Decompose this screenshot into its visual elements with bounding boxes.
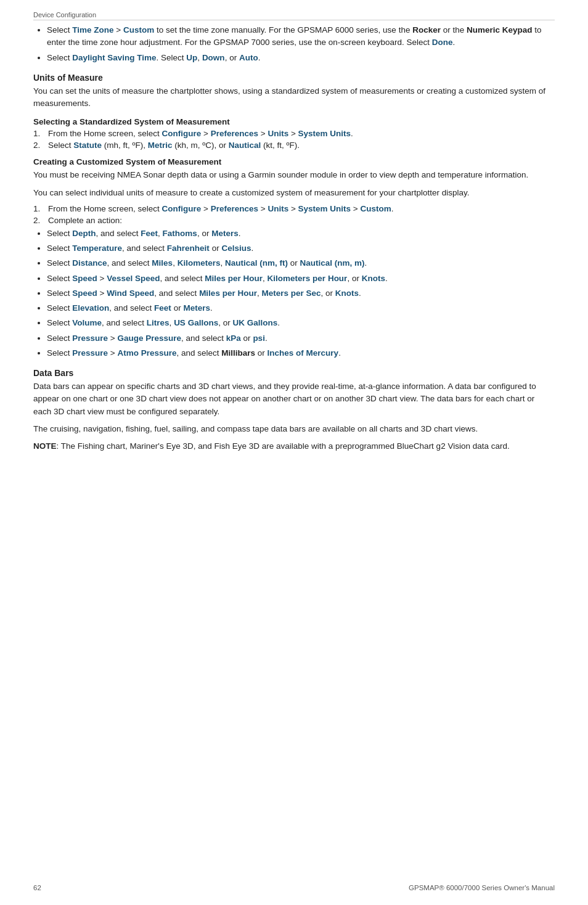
- std-step1: 1. From the Home screen, select Configur…: [33, 129, 555, 138]
- list-item: Select Speed > Wind Speed, and select Mi…: [47, 287, 555, 300]
- custom-bullets-list: Select Depth, and select Feet, Fathoms, …: [47, 227, 555, 359]
- std-steps: 1. From the Home screen, select Configur…: [33, 129, 555, 150]
- custom-step1: 1. From the Home screen, select Configur…: [33, 204, 555, 213]
- header-divider: [33, 20, 555, 20]
- list-item: Select Depth, and select Feet, Fathoms, …: [47, 227, 555, 240]
- list-item: Select Pressure > Gauge Pressure, and se…: [47, 332, 555, 345]
- footer-title: GPSMAP® 6000/7000 Series Owner's Manual: [409, 884, 555, 891]
- bullet2-text: Select Daylight Saving Time. Select Up, …: [47, 53, 260, 62]
- databars-title: Data Bars: [33, 368, 555, 378]
- custom-steps: 1. From the Home screen, select Configur…: [33, 204, 555, 225]
- page-content: Device Configuration Select Time Zone > …: [0, 0, 588, 494]
- list-item: Select Distance, and select Miles, Kilom…: [47, 257, 555, 269]
- footer-page-number: 62: [33, 884, 41, 891]
- note-body: : The Fishing chart, Mariner's Eye 3D, a…: [57, 441, 510, 451]
- list-item: Select Temperature, and select Fahrenhei…: [47, 242, 555, 255]
- databars-desc2: The cruising, navigation, fishing, fuel,…: [33, 423, 555, 435]
- custom-title: Creating a Customized System of Measurem…: [33, 157, 555, 166]
- units-desc: You can set the units of measure the cha…: [33, 85, 555, 110]
- bullet-timezone: Select Time Zone > Custom to set the tim…: [47, 24, 555, 49]
- custom-desc2: You can select individual units of measu…: [33, 187, 555, 199]
- custom-desc1: You must be receiving NMEA Sonar depth d…: [33, 169, 555, 181]
- std-step2: 2. Select Statute (mh, ft, ºF), Metric (…: [33, 141, 555, 150]
- databars-desc1: Data bars can appear on specific charts …: [33, 380, 555, 418]
- list-item: Select Volume, and select Litres, US Gal…: [47, 317, 555, 329]
- list-item: Select Pressure > Atmo Pressure, and sel…: [47, 347, 555, 359]
- note-text: NOTE: The Fishing chart, Mariner's Eye 3…: [33, 440, 555, 452]
- list-item: Select Elevation, and select Feet or Met…: [47, 302, 555, 314]
- units-title: Units of Measure: [33, 73, 555, 83]
- custom-step2: 2. Complete an action:: [33, 216, 555, 225]
- page-header: Device Configuration: [33, 11, 555, 18]
- bullet-daylight: Select Daylight Saving Time. Select Up, …: [47, 52, 555, 64]
- intro-bullets: Select Time Zone > Custom to set the tim…: [47, 24, 555, 64]
- page-footer: 62 GPSMAP® 6000/7000 Series Owner's Manu…: [33, 884, 555, 891]
- note-label: NOTE: [33, 441, 57, 451]
- std-title: Selecting a Standardized System of Measu…: [33, 117, 555, 126]
- list-item: Select Speed > Vessel Speed, and select …: [47, 272, 555, 285]
- bullet1-text: Select Time Zone > Custom to set the tim…: [47, 25, 542, 47]
